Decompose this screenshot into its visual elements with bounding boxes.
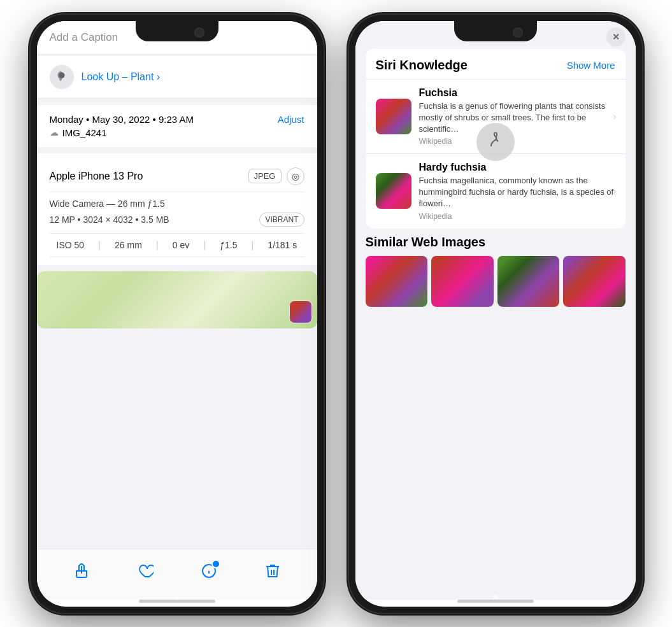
similar-img-3[interactable] <box>497 256 560 307</box>
date-row: Monday • May 30, 2022 • 9:23 AM Adjust <box>50 114 304 125</box>
filename: IMG_4241 <box>62 127 107 138</box>
fuchsia-source: Wikipedia <box>419 137 615 146</box>
metadata-section: Monday • May 30, 2022 • 9:23 AM Adjust ☁… <box>37 105 317 147</box>
fuchsia-thumbnail <box>376 99 411 134</box>
camera-type: Wide Camera — 26 mm ƒ1.5 <box>50 199 304 209</box>
device-badges: JPEG ◎ <box>248 167 304 185</box>
home-indicator-2 <box>457 600 534 603</box>
lookup-label: Look Up – Plant › <box>82 71 161 83</box>
exif-row: ISO 50 | 26 mm | 0 ev | ƒ1.5 | 1/181 s <box>50 234 304 257</box>
format-badge: JPEG <box>248 169 282 183</box>
fuchsia-thumb-img <box>376 99 411 134</box>
device-section: Apple iPhone 13 Pro JPEG ◎ Wide Camera —… <box>37 153 317 265</box>
similar-img-1[interactable] <box>366 256 428 307</box>
adjust-button[interactable]: Adjust <box>278 114 304 125</box>
similar-img-2[interactable] <box>431 256 494 307</box>
similar-images-grid <box>366 256 626 307</box>
map-thumbnail[interactable] <box>37 271 317 328</box>
lookup-section[interactable]: Look Up – Plant › <box>37 56 317 99</box>
hardy-thumb-img <box>376 173 411 209</box>
exif-shutter: 1/181 s <box>268 240 297 250</box>
results-panel: Results ✕ Siri Knowledge Show More <box>355 21 636 600</box>
fuchsia-desc: Fuchsia is a genus of flowering plants t… <box>419 101 615 136</box>
phone-1: Add a Caption Look Up – Plant › <box>31 15 324 613</box>
info-badge <box>211 560 220 568</box>
share-button[interactable] <box>68 557 96 585</box>
location-badge: ◎ <box>287 167 304 185</box>
info-panel: Add a Caption Look Up – Plant › <box>37 21 317 549</box>
hardy-desc: Fuchsia magellanica, commonly known as t… <box>419 175 615 210</box>
phone-1-screen: Add a Caption Look Up – Plant › <box>37 21 317 607</box>
caption-placeholder: Add a Caption <box>50 31 118 43</box>
lookup-icon <box>50 65 74 89</box>
svg-point-0 <box>59 72 64 78</box>
similar-title: Similar Web Images <box>366 235 626 250</box>
chevron-right-icon-2: › <box>613 186 617 196</box>
exif-iso: ISO 50 <box>57 240 85 250</box>
home-indicator-1 <box>139 600 215 603</box>
notch-1 <box>136 21 218 41</box>
hardy-name: Hardy fuchsia <box>419 162 615 173</box>
filename-row: ☁ IMG_4241 <box>50 127 304 138</box>
page-indicator <box>175 595 179 599</box>
show-more-button[interactable]: Show More <box>567 60 615 71</box>
phone-2-screen: Results ✕ Siri Knowledge Show More <box>355 21 636 607</box>
fuchsia-name: Fuchsia <box>419 87 615 99</box>
cloud-icon: ☁ <box>50 127 59 137</box>
siri-dot <box>494 166 497 170</box>
bottom-toolbar <box>37 549 317 600</box>
similar-img-4[interactable] <box>563 256 626 307</box>
hardy-thumbnail <box>376 173 411 209</box>
hardy-source: Wikipedia <box>419 212 615 221</box>
fuchsia-text: Fuchsia Fuchsia is a genus of flowering … <box>419 87 615 146</box>
siri-knowledge-title: Siri Knowledge <box>376 58 468 73</box>
notch-2 <box>454 21 537 41</box>
map-mini-photo <box>289 300 312 323</box>
phone-2: Results ✕ Siri Knowledge Show More <box>349 15 642 613</box>
delete-button[interactable] <box>259 557 287 585</box>
chevron-right-icon-1: › <box>613 111 617 122</box>
close-button[interactable]: ✕ <box>606 27 626 46</box>
similar-section: Similar Web Images <box>355 235 636 307</box>
exif-focal: 26 mm <box>115 240 142 250</box>
info-button[interactable] <box>195 557 223 585</box>
date-label: Monday • May 30, 2022 • 9:23 AM <box>50 114 194 125</box>
page-indicator-2 <box>493 595 497 599</box>
favorite-button[interactable] <box>131 557 159 585</box>
camera-details: 12 MP • 3024 × 4032 • 3.5 MB VIBRANT <box>50 213 304 227</box>
knowledge-item-hardy[interactable]: Hardy fuchsia Fuchsia magellanica, commo… <box>366 153 626 229</box>
siri-button[interactable] <box>476 123 515 161</box>
style-badge: VIBRANT <box>259 213 304 227</box>
device-row: Apple iPhone 13 Pro JPEG ◎ <box>50 161 304 192</box>
camera-specs: Wide Camera — 26 mm ƒ1.5 12 MP • 3024 × … <box>50 192 304 234</box>
exif-ev: 0 ev <box>173 240 189 250</box>
section-header: Siri Knowledge Show More <box>366 49 626 79</box>
device-name: Apple iPhone 13 Pro <box>50 171 143 182</box>
exif-aperture: ƒ1.5 <box>220 240 237 250</box>
hardy-text: Hardy fuchsia Fuchsia magellanica, commo… <box>419 162 615 221</box>
